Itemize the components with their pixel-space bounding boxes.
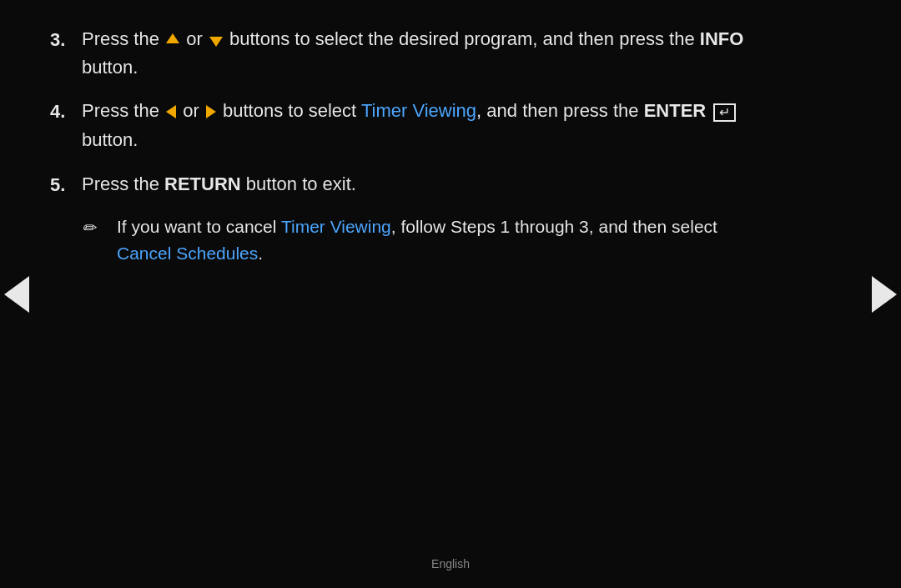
note-highlight2: Cancel Schedules xyxy=(117,244,258,263)
step-4: 4. Press the or buttons to select Timer … xyxy=(50,97,768,154)
note-pre: If you want to cancel xyxy=(117,217,276,236)
enter-arrow-symbol: ↵ xyxy=(719,106,730,119)
step-5-bold: RETURN xyxy=(164,173,241,194)
step-4-highlight: Timer Viewing xyxy=(361,100,476,121)
note-end: . xyxy=(258,244,263,263)
step-5-end: button to exit. xyxy=(246,173,356,194)
step-4-or: or xyxy=(183,100,199,121)
note-middle: , follow Steps 1 through 3, and then sel… xyxy=(391,217,717,236)
step-3: 3. Press the or buttons to select the de… xyxy=(50,25,768,82)
step-3-bold: INFO xyxy=(700,28,744,49)
step-3-number: 3. xyxy=(50,25,82,53)
enter-icon: ↵ xyxy=(713,97,736,125)
step-4-middle: , and then press the xyxy=(476,100,638,121)
step-5-number: 5. xyxy=(50,170,82,199)
nav-right-button[interactable] xyxy=(868,269,901,319)
step-3-end: button. xyxy=(82,57,138,78)
note-highlight1: Timer Viewing xyxy=(281,217,391,236)
step-4-pre: Press the xyxy=(82,100,159,121)
footer-language: English xyxy=(431,555,470,573)
step-3-pre: Press the xyxy=(82,28,159,49)
note-icon: ✏ xyxy=(82,214,108,240)
step-3-text: Press the or buttons to select the desir… xyxy=(82,25,743,82)
nav-left-button[interactable] xyxy=(0,269,33,319)
enter-box: ↵ xyxy=(713,103,736,122)
note-section: ✏ If you want to cancel Timer Viewing, f… xyxy=(82,214,768,268)
nav-right-arrow-icon xyxy=(872,276,897,313)
step-5-pre: Press the xyxy=(82,173,159,194)
step-5-text: Press the RETURN button to exit. xyxy=(82,170,356,199)
note-text: If you want to cancel Timer Viewing, fol… xyxy=(117,214,717,268)
arrow-right-icon xyxy=(206,105,216,118)
step-4-bold: ENTER xyxy=(644,100,707,121)
step-4-end: button. xyxy=(82,129,138,150)
arrow-up-icon xyxy=(166,33,179,43)
main-content: 3. Press the or buttons to select the de… xyxy=(0,0,818,284)
step-4-number: 4. xyxy=(50,97,82,125)
arrow-left-icon xyxy=(166,105,176,118)
arrow-down-icon xyxy=(209,37,223,47)
step-4-text: Press the or buttons to select Timer Vie… xyxy=(82,97,736,154)
step-4-post: buttons to select xyxy=(223,100,356,121)
step-5: 5. Press the RETURN button to exit. xyxy=(50,170,768,199)
nav-left-arrow-icon xyxy=(4,276,29,313)
step-3-or: or xyxy=(186,28,203,49)
step-3-post: buttons to select the desired program, a… xyxy=(229,28,695,49)
